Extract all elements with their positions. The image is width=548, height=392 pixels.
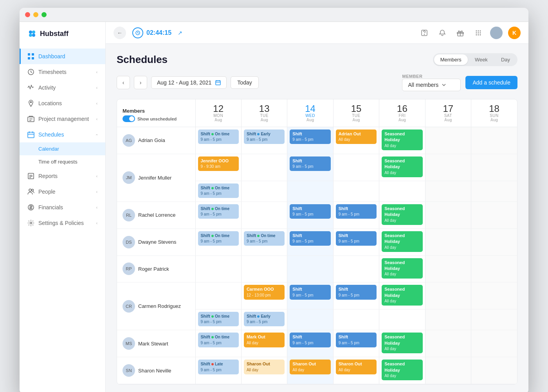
day-cell[interactable] bbox=[471, 309, 517, 330]
maximize-button[interactable] bbox=[41, 12, 47, 17]
day-cell[interactable]: Seasoned HolidayAll day bbox=[379, 127, 425, 154]
day-cell[interactable]: Shift On time9 am - 5 pm bbox=[195, 229, 241, 255]
day-cell[interactable]: Shift9 am - 5 pm bbox=[333, 229, 379, 255]
day-cell[interactable] bbox=[425, 309, 471, 330]
view-week-button[interactable]: Week bbox=[469, 54, 494, 65]
day-cell[interactable]: Shift9 am - 5 pm bbox=[287, 282, 333, 309]
day-cell[interactable] bbox=[425, 181, 471, 201]
day-cell[interactable]: Seasoned HolidayAll day bbox=[379, 330, 425, 357]
member-select-dropdown[interactable]: All members bbox=[402, 79, 461, 91]
sidebar-item-activity[interactable]: Activity ‹ bbox=[20, 80, 105, 95]
day-cell[interactable] bbox=[471, 229, 517, 255]
day-cell[interactable]: Shift9 am - 5 pm bbox=[287, 154, 333, 181]
event-item[interactable]: Seasoned HolidayAll day bbox=[382, 285, 422, 306]
close-button[interactable] bbox=[25, 12, 30, 17]
event-item[interactable]: Shift On time9 am - 5 pm bbox=[198, 129, 239, 144]
day-cell[interactable]: Shift Early9 am - 5 pm bbox=[241, 309, 287, 330]
show-unscheduled-control[interactable]: Show unscheduled bbox=[123, 115, 190, 122]
day-cell[interactable] bbox=[425, 202, 471, 228]
day-cell[interactable] bbox=[471, 282, 517, 309]
day-cell[interactable] bbox=[195, 282, 241, 309]
sidebar-item-calendar[interactable]: Calendar bbox=[20, 142, 105, 155]
day-cell[interactable]: Shift On time9 am - 5 pm bbox=[195, 181, 241, 201]
day-cell[interactable]: Adrian OutAll day bbox=[333, 127, 379, 154]
day-cell[interactable]: Seasoned HolidayAll day bbox=[379, 282, 425, 309]
sidebar-item-time-off[interactable]: Time off requests bbox=[20, 155, 105, 168]
day-cell[interactable]: Jennifer OOO9 - 9:30 am bbox=[195, 154, 241, 181]
day-cell[interactable]: Shift9 am - 5 pm bbox=[333, 282, 379, 309]
sidebar-item-project-management[interactable]: Project management ‹ bbox=[20, 111, 105, 127]
day-cell[interactable] bbox=[333, 181, 379, 201]
day-cell[interactable] bbox=[425, 357, 471, 384]
day-cell[interactable] bbox=[471, 127, 517, 154]
day-cell[interactable] bbox=[471, 256, 517, 282]
day-cell[interactable]: Shift On time9 am - 5 pm bbox=[241, 229, 287, 255]
day-cell[interactable] bbox=[241, 181, 287, 201]
day-cell[interactable] bbox=[333, 309, 379, 330]
day-cell[interactable] bbox=[425, 330, 471, 357]
event-item[interactable]: Shift On time9 am - 5 pm bbox=[198, 231, 239, 246]
event-item[interactable]: Jennifer OOO9 - 9:30 am bbox=[198, 156, 239, 171]
event-item[interactable]: Shift9 am - 5 pm bbox=[290, 156, 330, 171]
day-cell[interactable] bbox=[425, 127, 471, 154]
event-item[interactable]: Seasoned HolidayAll day bbox=[382, 129, 422, 150]
day-cell[interactable] bbox=[425, 256, 471, 282]
day-cell[interactable]: Shift On time9 am - 5 pm bbox=[195, 202, 241, 228]
view-day-button[interactable]: Day bbox=[495, 54, 516, 65]
day-cell[interactable] bbox=[379, 309, 425, 330]
user-avatar[interactable] bbox=[490, 27, 503, 39]
today-button[interactable]: Today bbox=[231, 76, 258, 89]
day-cell[interactable]: Shift9 am - 5 pm bbox=[333, 330, 379, 357]
day-cell[interactable] bbox=[287, 309, 333, 330]
event-item[interactable]: Seasoned HolidayAll day bbox=[382, 333, 422, 353]
day-cell[interactable] bbox=[379, 181, 425, 201]
day-cell[interactable]: Shift On time9 am - 5 pm bbox=[195, 127, 241, 154]
day-cell[interactable] bbox=[195, 256, 241, 282]
sidebar-item-locations[interactable]: Locations ‹ bbox=[20, 95, 105, 111]
day-cell[interactable]: Seasoned HolidayAll day bbox=[379, 202, 425, 228]
day-cell[interactable]: Shift Early9 am - 5 pm bbox=[241, 127, 287, 154]
event-item[interactable]: Shift9 am - 5 pm bbox=[290, 129, 330, 144]
event-item[interactable]: Sharon OutAll day bbox=[290, 360, 330, 374]
day-cell[interactable] bbox=[241, 256, 287, 282]
date-range-picker[interactable]: Aug 12 - Aug 18, 2021 bbox=[151, 76, 227, 89]
event-item[interactable]: Shift Early9 am - 5 pm bbox=[244, 129, 285, 144]
event-item[interactable]: Sharon OutAll day bbox=[336, 360, 377, 374]
sidebar-item-people[interactable]: People ‹ bbox=[20, 184, 105, 200]
day-cell[interactable] bbox=[425, 282, 471, 309]
event-item[interactable]: Seasoned HolidayAll day bbox=[382, 231, 422, 252]
event-item[interactable]: Seasoned HolidayAll day bbox=[382, 258, 422, 279]
next-week-button[interactable]: › bbox=[134, 76, 147, 89]
day-cell[interactable]: Sharon OutAll day bbox=[333, 357, 379, 384]
notifications-button[interactable] bbox=[436, 27, 449, 39]
day-cell[interactable]: Shift9 am - 5 pm bbox=[333, 202, 379, 228]
day-cell[interactable]: Shift9 am - 5 pm bbox=[287, 127, 333, 154]
help-button[interactable] bbox=[418, 27, 431, 39]
user-initial-avatar[interactable]: K bbox=[508, 27, 521, 39]
day-cell[interactable]: Sharon OutAll day bbox=[241, 357, 287, 384]
day-cell[interactable]: Shift On time9 am - 5 pm bbox=[195, 330, 241, 357]
event-item[interactable]: Mark OutAll day bbox=[244, 333, 285, 347]
event-item[interactable]: Shift Early9 am - 5 pm bbox=[244, 312, 285, 326]
event-item[interactable]: Shift9 am - 5 pm bbox=[336, 231, 377, 246]
day-cell[interactable]: Carmen OOO12 - 13:00 pm bbox=[241, 282, 287, 309]
event-item[interactable]: Shift9 am - 5 pm bbox=[336, 285, 377, 299]
event-item[interactable]: Shift9 am - 5 pm bbox=[290, 204, 330, 219]
sidebar-item-settings[interactable]: Settings & Policies ‹ bbox=[20, 215, 105, 231]
day-cell[interactable]: Seasoned HolidayAll day bbox=[379, 357, 425, 384]
day-cell[interactable]: Seasoned HolidayAll day bbox=[379, 229, 425, 255]
day-cell[interactable] bbox=[471, 357, 517, 384]
day-cell[interactable]: Seasoned HolidayAll day bbox=[379, 154, 425, 181]
day-cell[interactable] bbox=[471, 202, 517, 228]
event-item[interactable]: Shift On time9 am - 5 pm bbox=[198, 204, 239, 219]
event-item[interactable]: Shift On time9 am - 5 pm bbox=[244, 231, 285, 246]
logo[interactable]: Hubstaff bbox=[20, 22, 105, 45]
event-item[interactable]: Shift9 am - 5 pm bbox=[290, 285, 330, 299]
event-item[interactable]: Carmen OOO12 - 13:00 pm bbox=[244, 285, 285, 299]
day-cell[interactable] bbox=[241, 202, 287, 228]
apps-button[interactable] bbox=[472, 27, 485, 39]
day-cell[interactable]: Shift9 am - 5 pm bbox=[287, 202, 333, 228]
view-members-button[interactable]: Members bbox=[434, 54, 468, 65]
day-cell[interactable] bbox=[471, 181, 517, 201]
event-item[interactable]: Shift9 am - 5 pm bbox=[336, 204, 377, 219]
